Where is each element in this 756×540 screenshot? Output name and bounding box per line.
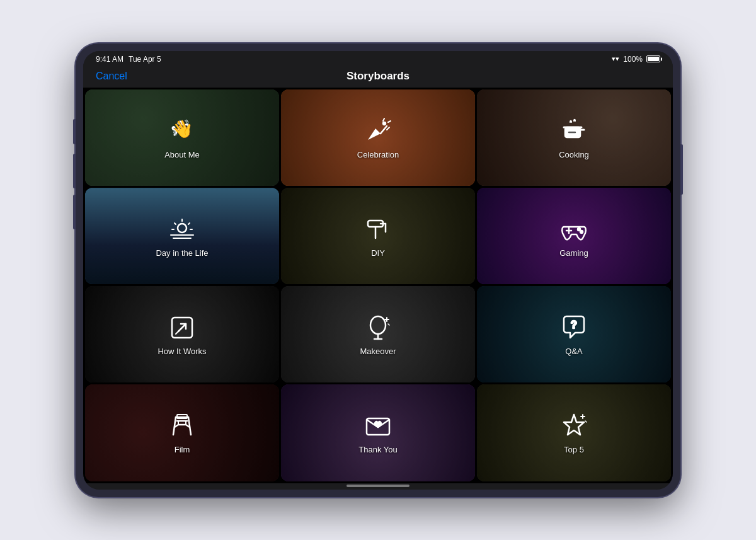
grid-item-how-it-works[interactable]: How It Works — [85, 286, 279, 382]
svg-line-11 — [188, 223, 190, 224]
grid-label-makeover: Makeover — [360, 347, 396, 356]
pot-icon — [559, 116, 589, 146]
svg-point-24 — [580, 231, 583, 233]
paintroller-icon — [363, 214, 393, 244]
battery-icon — [646, 55, 660, 62]
svg-line-2 — [387, 127, 389, 130]
status-date: Tue Apr 5 — [129, 55, 161, 64]
wave-icon: 👋 — [167, 116, 197, 146]
star-icon — [559, 411, 589, 441]
svg-line-4 — [388, 121, 391, 122]
grid-label-film: Film — [175, 445, 190, 454]
ipad-button-mute[interactable] — [73, 119, 76, 144]
grid-item-top5[interactable]: Top 5 — [477, 384, 671, 481]
svg-line-33 — [388, 324, 389, 325]
page-title: Storyboards — [346, 70, 410, 83]
qa-icon: ? — [559, 313, 589, 343]
cancel-button[interactable]: Cancel — [96, 71, 127, 82]
nav-bar: Cancel Storyboards — [83, 67, 673, 88]
grid-item-day-life[interactable]: Day in the Life — [85, 188, 279, 284]
storyboard-grid: 👋 About Me — [83, 88, 673, 483]
home-indicator — [83, 483, 673, 490]
svg-point-1 — [383, 122, 386, 125]
svg-point-9 — [178, 224, 186, 233]
ipad-button-power[interactable] — [680, 144, 683, 195]
svg-line-3 — [383, 118, 384, 121]
wifi-icon: ▾▾ — [612, 55, 619, 63]
status-right: ▾▾ 100% — [612, 55, 660, 64]
svg-text:?: ? — [571, 319, 577, 330]
grid-item-celebration[interactable]: Celebration — [281, 89, 475, 186]
film-icon — [167, 411, 197, 441]
status-bar: 9:41 AM Tue Apr 5 ▾▾ 100% — [83, 51, 673, 67]
gamepad-icon — [559, 214, 589, 244]
status-time: 9:41 AM — [96, 55, 123, 64]
svg-marker-43 — [564, 415, 584, 435]
grid-label-qa: Q&A — [565, 347, 582, 356]
ipad-device: 9:41 AM Tue Apr 5 ▾▾ 100% Cancel Storybo… — [76, 43, 680, 497]
svg-text:👋: 👋 — [171, 118, 193, 139]
grid-label-day-life: Day in the Life — [156, 248, 208, 258]
ipad-button-vol-down[interactable] — [73, 195, 76, 229]
grid-label-celebration: Celebration — [357, 150, 399, 159]
grid-item-cooking[interactable]: Cooking — [477, 89, 671, 186]
grid-label-how-it-works: How It Works — [158, 347, 206, 356]
svg-line-13 — [175, 223, 176, 224]
svg-line-27 — [176, 330, 180, 334]
svg-point-23 — [578, 228, 580, 231]
grid-label-cooking: Cooking — [559, 150, 589, 159]
party-icon — [363, 116, 393, 146]
grid-item-thank-you[interactable]: Thank You — [281, 384, 475, 481]
grid-item-film[interactable]: Film — [85, 384, 279, 481]
grid-label-about-me: About Me — [164, 150, 200, 159]
gears-icon — [167, 313, 197, 343]
envelope-icon — [363, 411, 393, 441]
grid-item-diy[interactable]: DIY — [281, 188, 475, 284]
grid-label-top5: Top 5 — [564, 445, 584, 454]
svg-point-28 — [370, 316, 386, 334]
mirror-icon — [363, 313, 393, 343]
ipad-button-vol-up[interactable] — [73, 154, 76, 188]
grid-item-gaming[interactable]: Gaming — [477, 188, 671, 284]
grid-item-makeover[interactable]: Makeover — [281, 286, 475, 382]
status-left: 9:41 AM Tue Apr 5 — [96, 55, 161, 64]
grid-item-about-me[interactable]: 👋 About Me — [85, 89, 279, 186]
ipad-screen: 9:41 AM Tue Apr 5 ▾▾ 100% Cancel Storybo… — [83, 51, 673, 490]
grid-label-gaming: Gaming — [559, 248, 588, 258]
battery-pct: 100% — [623, 55, 643, 64]
svg-line-46 — [585, 421, 587, 422]
grid-item-qa[interactable]: ? Q&A — [477, 286, 671, 382]
grid-label-thank-you: Thank You — [358, 445, 397, 454]
grid-label-diy: DIY — [371, 248, 385, 258]
home-bar — [346, 485, 410, 487]
sunrise-icon — [167, 214, 197, 244]
